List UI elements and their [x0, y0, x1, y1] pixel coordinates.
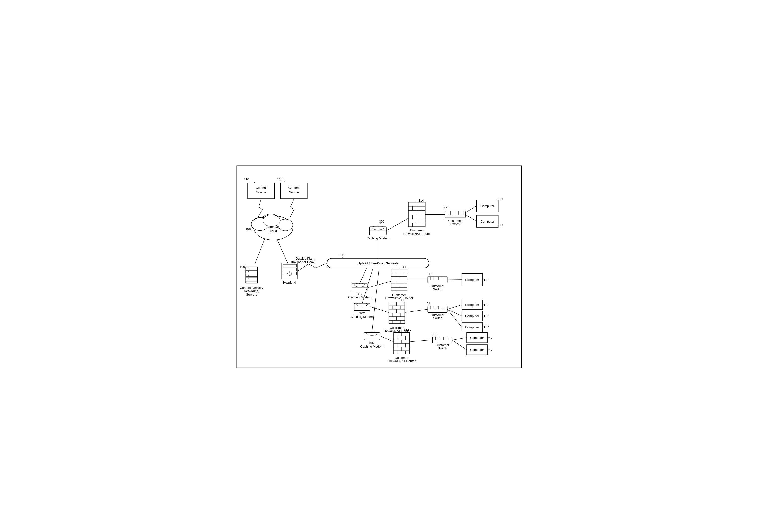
internet-cloud-label: Internet	[267, 226, 278, 229]
svg-point-14	[248, 267, 249, 268]
sw-bottom-to-comp2	[452, 340, 466, 350]
sw-to-comp-ml3	[447, 309, 462, 327]
headend-to-hybrid	[297, 263, 327, 271]
headend-label: Headend	[283, 281, 296, 285]
ref-117b: 117	[498, 223, 503, 227]
content-source-2-label: Content	[288, 186, 299, 190]
caching-modem-302d: 302 Caching Modem	[360, 332, 383, 348]
svg-rect-154	[432, 337, 452, 343]
svg-point-7	[262, 215, 280, 226]
ref-110b: 110	[277, 178, 283, 181]
ref-110a: 110	[244, 178, 249, 181]
svg-text:Switch: Switch	[433, 316, 442, 320]
modem302a-to-fw	[367, 281, 391, 287]
sw-to-comp-ml2	[447, 309, 462, 316]
internet-cloud-label2: Cloud	[269, 230, 277, 233]
firewall-bottom: Customer Firewall/NAT Router 114	[388, 328, 416, 363]
ref-117a: 117	[498, 197, 503, 201]
caching-modem-300-label: Caching Modem	[366, 237, 389, 240]
cloud-to-headend	[277, 239, 288, 263]
svg-text:114: 114	[418, 199, 424, 202]
cdn-label2: Network(s)	[244, 289, 259, 293]
svg-rect-118	[428, 306, 447, 312]
ref-108: 108	[245, 227, 251, 231]
svg-text:Customer: Customer	[435, 343, 449, 347]
bottom-branch	[372, 268, 379, 332]
sw-mid-to-comp	[447, 280, 462, 280]
svg-text:302: 302	[369, 341, 374, 345]
cloud-to-cdn	[255, 239, 265, 263]
svg-text:Customer: Customer	[410, 229, 424, 232]
content-source-2-label2: Source	[289, 190, 299, 194]
svg-line-0	[253, 181, 255, 183]
switch-top: Customer Switch 116	[444, 207, 465, 226]
fw-mid-lower-to-sw	[404, 309, 428, 312]
ref-117g: 117	[487, 336, 493, 339]
svg-text:Caching Modem: Caching Modem	[350, 315, 373, 318]
computer-top2-label: Computer	[480, 220, 494, 223]
ref-117d: 117	[483, 303, 489, 307]
ref-117e: 117	[483, 314, 489, 318]
svg-text:116: 116	[427, 272, 432, 276]
comp-bottom-2-label: Computer	[470, 348, 484, 352]
svg-text:Switch: Switch	[437, 347, 447, 350]
sw-to-comp-ml1	[447, 305, 462, 309]
svg-text:116: 116	[427, 301, 432, 305]
svg-rect-84	[428, 277, 447, 283]
svg-text:302: 302	[359, 312, 364, 315]
firewall-mid-upper: Customer Firewall/NAT Router 114	[385, 265, 413, 300]
svg-line-1	[284, 181, 286, 183]
cdn-label: Content Delivery	[240, 286, 263, 289]
svg-text:114: 114	[403, 328, 409, 332]
svg-text:114: 114	[401, 265, 406, 269]
content-source-1-label: Content	[256, 186, 267, 190]
svg-text:116: 116	[432, 332, 437, 336]
content-source-1-label2: Source	[256, 190, 266, 194]
switch-mid-upper: Customer Switch 116	[427, 272, 447, 291]
comp-mid-lower-1-label: Computer	[465, 303, 479, 307]
ref-106: 106	[240, 265, 245, 269]
svg-text:Firewall/NAT Router: Firewall/NAT Router	[402, 232, 431, 236]
svg-text:114: 114	[399, 298, 404, 301]
hybrid-network-label: Hybrid Fiber/Coax Network	[358, 262, 398, 265]
ref-117c: 117	[483, 278, 489, 281]
ref-112: 112	[340, 253, 345, 257]
ref-117f: 117	[483, 326, 489, 329]
mid-upper-branch	[360, 268, 366, 284]
svg-point-15	[248, 271, 249, 272]
svg-text:Switch: Switch	[433, 288, 442, 291]
outside-plant-label2: Fiber or Coax	[295, 260, 315, 264]
svg-text:Caching Modem: Caching Modem	[360, 345, 383, 348]
svg-text:Customer: Customer	[431, 284, 444, 288]
lightning-1	[257, 199, 262, 218]
svg-text:Customer: Customer	[448, 219, 462, 223]
svg-line-18	[244, 269, 246, 270]
caching-modem-302b: 302 Caching Modem	[350, 302, 373, 318]
sw-top-to-comp2	[465, 215, 476, 221]
svg-text:Firewall/NAT Router: Firewall/NAT Router	[388, 359, 416, 363]
ref-104: 104	[290, 260, 295, 264]
outside-plant-label: Outside Plant	[295, 257, 314, 260]
comp-mid-lower-3-label: Computer	[465, 326, 479, 329]
switch-mid-lower: Customer Switch 116	[427, 301, 447, 320]
sw-bottom-to-comp1	[452, 337, 466, 340]
modem302d-to-fw	[380, 336, 394, 342]
svg-text:302: 302	[357, 292, 362, 296]
ref-117h: 117	[487, 348, 493, 352]
comp-bottom-1-label: Computer	[470, 336, 484, 339]
comp-mid-lower-2-label: Computer	[465, 314, 479, 318]
svg-text:Switch: Switch	[450, 222, 460, 226]
firewall-top: Customer Firewall/NAT Router 114	[402, 199, 431, 235]
diagram-container: Content Source 110 Content Source 110 In…	[228, 157, 530, 375]
switch-bottom: Customer Switch 116	[432, 332, 452, 350]
modem302b-to-fw	[370, 307, 389, 312]
ref-300: 300	[379, 220, 384, 223]
computer-top1-label: Computer	[480, 204, 494, 208]
sw-top-to-comp1	[465, 206, 476, 213]
svg-rect-47	[445, 211, 465, 218]
svg-point-17	[248, 278, 249, 279]
top-modem-to-fw	[386, 218, 408, 231]
computer-mid-label: Computer	[465, 278, 479, 281]
svg-point-16	[248, 275, 249, 276]
svg-text:Caching Modem: Caching Modem	[348, 296, 371, 299]
